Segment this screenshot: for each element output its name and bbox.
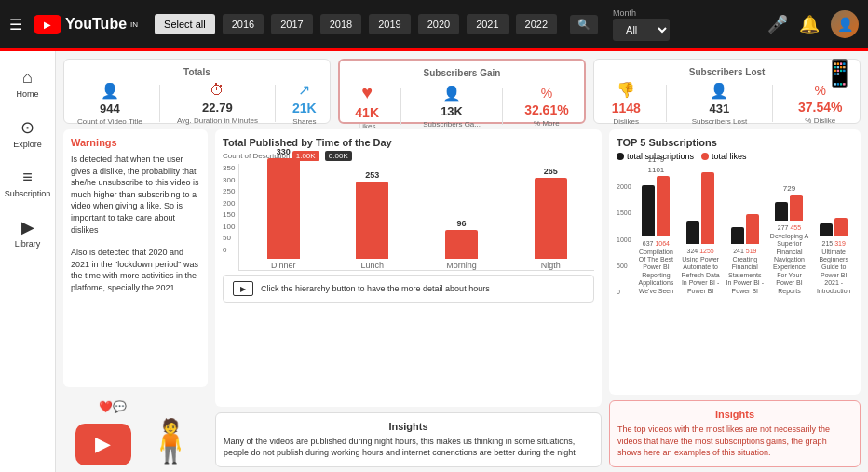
- sub-gain-card: Subscribers Gain ♥ 41K Likes 👤 13K Subsc…: [338, 59, 586, 124]
- y-axis-labels: 350 300 250 200 150 100 50 0: [223, 164, 238, 271]
- sidebar-subscription-label: Subscription: [5, 189, 51, 198]
- microphone-icon[interactable]: 🎤: [767, 14, 788, 34]
- clock-icon: ⏱: [210, 82, 224, 99]
- main-content: Totals 👤 944 Count of Video Title ⏱ 22.7…: [56, 51, 868, 472]
- top5-item3-label: Creating Financial Statements In Power B…: [726, 256, 765, 295]
- percent-more-value: 32.61%: [524, 102, 568, 117]
- hamburger-menu[interactable]: ☰: [9, 16, 22, 34]
- month-filter-area: Month All JanFebMar AprMayJun JulAugSep …: [613, 8, 670, 41]
- hearts-illustration: ❤️💬: [99, 400, 127, 413]
- year-2017-button[interactable]: 2017: [271, 14, 312, 34]
- year-2018-button[interactable]: 2018: [320, 14, 361, 34]
- top5-item2-values: 324 1255: [687, 248, 714, 254]
- top5-item1-label: Compilation Of The Best Power BI Reporti…: [637, 249, 676, 295]
- explore-icon: ⊙: [20, 117, 34, 138]
- search-button[interactable]: 🔍: [570, 15, 598, 34]
- person-icon: 👤: [101, 82, 119, 100]
- metric-percent-more: % 32.61% % More: [524, 86, 568, 128]
- top5-item5-subs-bar: [820, 223, 833, 236]
- metric-subs-lost: 👤 431 Subscribers Lost: [692, 82, 748, 126]
- youtube-logo-icon: ▶: [34, 15, 61, 34]
- month-label: Month: [613, 8, 670, 18]
- right-panel: TOP 5 Subscriptions total subscriptions …: [609, 129, 861, 467]
- top5-item5-values: 215 319: [822, 240, 846, 247]
- bar-lunch: 253 Lunch: [333, 170, 412, 270]
- bar-night-bar: [535, 178, 567, 259]
- top5-item-5: 215 319 Ultimate Beginners Guide to Powe…: [814, 143, 853, 295]
- sidebar-item-subscription[interactable]: ≡ Subscription: [0, 160, 55, 206]
- insights-right-box: Insights The top videos with the most li…: [609, 400, 861, 467]
- top5-item2-subs-bar: [686, 221, 699, 244]
- play-button[interactable]: ▶: [233, 281, 253, 296]
- totals-card: Totals 👤 944 Count of Video Title ⏱ 22.7…: [63, 59, 331, 124]
- year-2021-button[interactable]: 2021: [467, 14, 508, 34]
- metric-video-count: 👤 944 Count of Video Title: [77, 82, 142, 126]
- top-navigation: ☰ ▶ YouTubeIN Select all 2016 2017 2018 …: [0, 0, 868, 48]
- dislike-icon: 👎: [617, 81, 635, 99]
- logo-sup: IN: [130, 20, 138, 29]
- player-hint-text: Click the hierarchy button to have the m…: [261, 284, 490, 293]
- top5-item1-subs-bar: [642, 185, 655, 236]
- sidebar-item-home[interactable]: ⌂ Home: [0, 61, 55, 106]
- insights-right-title: Insights: [617, 409, 852, 420]
- top5-y-axis: 2000 1500 1000 500 0: [617, 183, 631, 295]
- top5-item-4: 729 277 455 Developing A Superior Financ…: [770, 140, 809, 295]
- top5-item2-bars: [686, 172, 714, 244]
- metric-likes: ♥ 41K Likes: [355, 82, 379, 130]
- metric-subs-gained: 👤 13K Subscribers Ga...: [423, 85, 481, 128]
- top5-item3-bars: [731, 214, 759, 244]
- video-count-value: 944: [100, 101, 120, 115]
- nav-right-icons: 🎤 🔔 👤: [767, 10, 859, 38]
- top5-box: TOP 5 Subscriptions total subscriptions …: [609, 129, 861, 395]
- home-icon: ⌂: [22, 68, 33, 88]
- insights-middle-text: Many of the videos are published during …: [224, 436, 593, 459]
- year-2016-button[interactable]: 2016: [223, 14, 264, 34]
- top5-item5-label: Ultimate Beginners Guide to Power BI 202…: [814, 249, 853, 295]
- sidebar-home-label: Home: [16, 89, 38, 99]
- subs-gained-label: Subscribers Ga...: [423, 120, 481, 128]
- bar-lunch-bar: [356, 182, 388, 259]
- bar-morning-bar: [445, 230, 478, 259]
- video-count-label: Count of Video Title: [77, 117, 142, 126]
- middle-panel: Total Published by Time of the Day Count…: [215, 129, 602, 467]
- bar-chart-box: Total Published by Time of the Day Count…: [215, 129, 602, 407]
- dislikes-value: 1148: [612, 101, 641, 115]
- top5-item-1: 1179 1101 637 1064 Compilation Of The Be…: [637, 155, 676, 295]
- bar-dinner: 330 Dinner: [244, 147, 322, 270]
- percent-dislike-value: 37.54%: [798, 100, 842, 115]
- bar-dinner-bar: [267, 158, 300, 259]
- legend-dot-subs: [617, 153, 624, 160]
- month-select[interactable]: All JanFebMar AprMayJun JulAugSep OctNov…: [613, 19, 670, 41]
- subs-lost-icon: 👤: [710, 82, 728, 100]
- warnings-title: Warnings: [71, 137, 200, 148]
- year-2020-button[interactable]: 2020: [418, 14, 459, 34]
- sidebar-explore-label: Explore: [13, 140, 42, 149]
- totals-metrics: 👤 944 Count of Video Title ⏱ 22.79 Avg. …: [72, 81, 322, 126]
- subscribers-gain-icon: 👤: [442, 85, 461, 102]
- top5-item-2: 324 1255 Using Power Automate to Refresh…: [681, 144, 720, 295]
- sidebar-item-library[interactable]: ▶ Library: [0, 209, 55, 256]
- percent-icon: %: [541, 86, 552, 101]
- sidebar-item-explore[interactable]: ⊙ Explore: [0, 110, 55, 156]
- sub-gain-title: Subscribers Gain: [347, 68, 576, 78]
- insights-middle-box: Insights Many of the videos are publishe…: [215, 412, 602, 467]
- top5-item4-likes-bar: [790, 195, 803, 221]
- top5-item1-bars: [642, 176, 670, 236]
- top5-item2-likes-bar: [701, 172, 714, 244]
- select-all-button[interactable]: Select all: [155, 14, 215, 34]
- top5-item3-likes-bar: [746, 214, 759, 244]
- notification-icon[interactable]: 🔔: [799, 14, 820, 34]
- top5-item3-subs-bar: [731, 227, 744, 244]
- left-panel: Warnings Is detected that when the user …: [63, 129, 208, 467]
- share-icon: ↗: [298, 81, 310, 99]
- phone-illustration: 📱: [823, 58, 856, 88]
- logo-area: ▶ YouTubeIN: [34, 15, 138, 34]
- logo-text: YouTube: [65, 16, 127, 33]
- year-2019-button[interactable]: 2019: [369, 14, 410, 34]
- likes-value: 41K: [355, 105, 379, 120]
- subs-lost-value: 431: [710, 101, 730, 115]
- bar-morning: 96 Morning: [423, 219, 501, 270]
- year-2022-button[interactable]: 2022: [516, 14, 557, 34]
- sidebar: ⌂ Home ⊙ Explore ≡ Subscription ▶ Librar…: [0, 51, 56, 472]
- user-avatar[interactable]: 👤: [831, 10, 859, 38]
